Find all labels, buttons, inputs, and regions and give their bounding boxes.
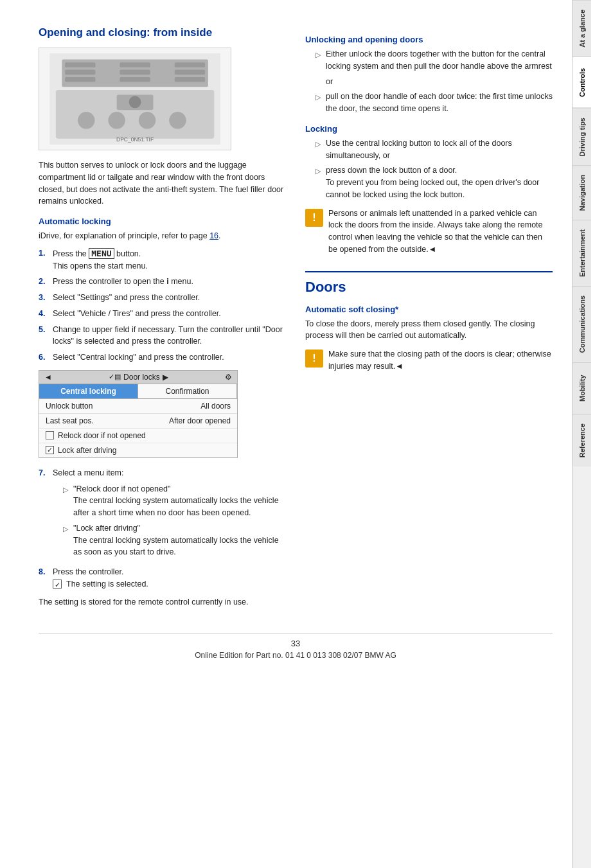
step-1: 1. Press the MENU button.This opens the … xyxy=(39,247,286,272)
svg-point-17 xyxy=(169,112,186,129)
automatic-locking-title: Automatic locking xyxy=(39,217,286,226)
step7-list: 7. Select a menu item: ▷ "Relock door if… xyxy=(39,467,286,591)
relock-label: Relock door if not opened xyxy=(58,431,146,440)
header-arrow-left: ◄ xyxy=(44,373,52,382)
settings-icon: ⚙ xyxy=(225,373,232,382)
lock-after-label: Lock after driving xyxy=(58,446,116,455)
sidebar-tab-communications[interactable]: Communications xyxy=(573,286,591,362)
svg-rect-5 xyxy=(175,62,205,67)
step-6: 6. Select "Central locking" and press th… xyxy=(39,351,286,364)
step-4: 4. Select "Vehicle / Tires" and press th… xyxy=(39,308,286,320)
sidebar-tab-at-a-glance[interactable]: At a glance xyxy=(573,0,591,57)
header-center: ✓▤ Door locks ▶ xyxy=(109,373,168,382)
door-locks-tabs: Central locking Confirmation xyxy=(39,384,237,399)
sidebar-tab-controls[interactable]: Controls xyxy=(573,57,591,108)
locking-title: Locking xyxy=(305,124,553,134)
warning-icon-2: ! xyxy=(305,350,323,368)
lock-after-check[interactable]: ✓ xyxy=(46,446,54,454)
last-seat-value: After door opened xyxy=(169,416,231,425)
door-locks-header: ◄ ✓▤ Door locks ▶ ⚙ xyxy=(39,371,237,384)
unlock-button-value: All doors xyxy=(200,402,231,411)
svg-rect-9 xyxy=(65,77,95,82)
svg-rect-11 xyxy=(175,77,205,82)
soft-closing-warning: Make sure that the closing path of the d… xyxy=(328,348,553,373)
row-lock-after-driving: ✓ Lock after driving xyxy=(39,443,237,457)
svg-text:DPC_0N51.TIF: DPC_0N51.TIF xyxy=(116,136,154,143)
body-text: This button serves to unlock or lock doo… xyxy=(39,159,286,208)
doors-title: Doors xyxy=(305,271,553,296)
row-unlock-button: Unlock button All doors xyxy=(39,399,237,414)
svg-rect-4 xyxy=(120,62,150,67)
last-seat-label: Last seat pos. xyxy=(46,416,94,425)
checkmark-header: ✓▤ xyxy=(109,373,121,381)
sub-lock-driving: ▷ "Lock after driving"The central lockin… xyxy=(63,522,286,558)
menu-key: MENU xyxy=(89,248,114,259)
step-5: 5. Change to upper field if necessary. T… xyxy=(39,324,286,348)
header-arrow-right: ▶ xyxy=(163,373,168,382)
step-8: 8. Press the controller. ✓ The setting i… xyxy=(39,566,286,591)
stored-text: The setting is stored for the remote con… xyxy=(39,596,286,608)
sidebar-tab-entertainment[interactable]: Entertainment xyxy=(573,220,591,286)
svg-rect-6 xyxy=(65,70,95,75)
warning-icon: ! xyxy=(305,209,323,227)
sidebar-tab-mobility[interactable]: Mobility xyxy=(573,362,591,414)
steps-list: 1. Press the MENU button.This opens the … xyxy=(39,247,286,364)
door-locks-label: Door locks xyxy=(123,373,160,382)
unlock-button-label: Unlock button xyxy=(46,402,93,411)
door-locks-ui: ◄ ✓▤ Door locks ▶ ⚙ Central locking Conf… xyxy=(39,370,238,458)
svg-rect-10 xyxy=(120,77,150,82)
sidebar-tab-navigation[interactable]: Navigation xyxy=(573,165,591,220)
soft-closing-title: Automatic soft closing* xyxy=(305,305,553,314)
unlocking-title: Unlocking and opening doors xyxy=(305,35,553,44)
row-relock: Relock door if not opened xyxy=(39,429,237,443)
warning-box-soft-closing: ! Make sure that the closing path of the… xyxy=(305,348,553,378)
svg-point-16 xyxy=(139,112,156,129)
warning-box-locking: ! Persons or animals left unattended in … xyxy=(305,208,553,261)
idrive-text: iDrive, for explanation of principle, re… xyxy=(39,230,286,242)
warning-text: Persons or animals left unattended in a … xyxy=(328,208,553,256)
svg-rect-8 xyxy=(175,70,205,75)
main-content: Opening and closing: from inside xyxy=(0,0,572,868)
step-7: 7. Select a menu item: ▷ "Relock door if… xyxy=(39,467,286,562)
soft-closing-text: To close the doors, merely press them cl… xyxy=(305,318,553,342)
unlock-item-or: or xyxy=(315,76,553,88)
step7-sub: ▷ "Relock door if not opened"The central… xyxy=(63,483,286,559)
step-2: 2. Press the controller to open the i me… xyxy=(39,276,286,288)
car-image: DPC_0N51.TIF xyxy=(39,48,231,150)
unlock-item-1: ▷ Either unlock the doors together with … xyxy=(315,48,553,73)
locking-item-1: ▷ Use the central locking button to lock… xyxy=(315,137,553,162)
tab-confirmation[interactable]: Confirmation xyxy=(138,384,237,398)
step-3: 3. Select "Settings" and press the contr… xyxy=(39,292,286,304)
section-title: Opening and closing: from inside xyxy=(39,26,286,40)
sub-relock: ▷ "Relock door if not opened"The central… xyxy=(63,483,286,519)
svg-rect-3 xyxy=(65,62,95,67)
sidebar-tab-reference[interactable]: Reference xyxy=(573,414,591,466)
footer-text: Online Edition for Part no. 01 41 0 013 … xyxy=(39,651,553,660)
page-footer: 33 Online Edition for Part no. 01 41 0 0… xyxy=(39,633,553,660)
locking-item-2: ▷ press down the lock button of a door.T… xyxy=(315,164,553,200)
unlock-item-2: ▷ pull on the door handle of each door t… xyxy=(315,91,553,115)
svg-rect-7 xyxy=(120,70,150,75)
unlocking-list: ▷ Either unlock the doors together with … xyxy=(315,48,553,115)
svg-point-14 xyxy=(78,112,95,129)
sidebar-tab-driving-tips[interactable]: Driving tips xyxy=(573,108,591,166)
right-column: Unlocking and opening doors ▷ Either unl… xyxy=(305,26,553,614)
left-column: Opening and closing: from inside xyxy=(39,26,286,614)
svg-point-13 xyxy=(129,96,141,108)
row-last-seat: Last seat pos. After door opened xyxy=(39,414,237,429)
svg-point-15 xyxy=(108,112,125,129)
locking-list: ▷ Use the central locking button to lock… xyxy=(315,137,553,201)
sidebar-tabs: At a glance Controls Driving tips Naviga… xyxy=(572,0,591,868)
tab-central-locking[interactable]: Central locking xyxy=(39,384,138,398)
setting-checkmark: ✓ xyxy=(53,580,62,589)
relock-checkbox[interactable] xyxy=(46,431,54,439)
page-number: 33 xyxy=(39,639,553,648)
